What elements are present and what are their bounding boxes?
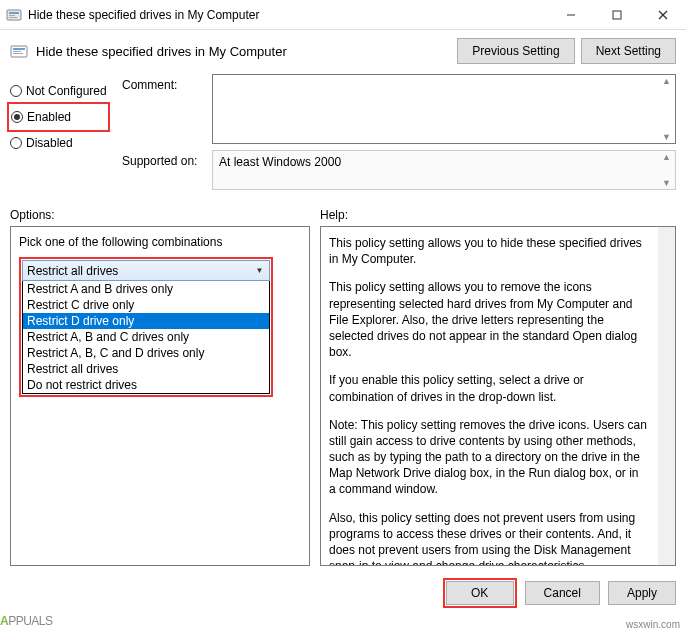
comment-label: Comment: [122,74,202,92]
help-paragraph: If you enable this policy setting, selec… [329,372,647,404]
options-panel: Pick one of the following combinations R… [10,226,310,566]
svg-rect-10 [13,51,21,52]
previous-setting-button[interactable]: Previous Setting [457,38,574,64]
scroll-down-icon: ▼ [658,131,675,143]
options-combo-label: Pick one of the following combinations [19,235,301,249]
radio-icon [11,111,23,123]
supported-on-box: At least Windows 2000 ▲▼ [212,150,676,190]
scroll-up-icon: ▲ [658,75,675,87]
apply-button[interactable]: Apply [608,581,676,605]
app-icon [6,7,22,23]
supported-on-label: Supported on: [122,150,202,168]
brand-logo-rest: PPUALS [8,614,52,628]
drives-dropdown: Restrict A and B drives only Restrict C … [22,280,270,394]
comment-textarea[interactable]: ▲▼ [212,74,676,144]
scrollbar[interactable]: ▲▼ [658,75,675,143]
next-setting-button[interactable]: Next Setting [581,38,676,64]
radio-label: Not Configured [26,84,107,98]
dropdown-item[interactable]: Restrict D drive only [23,313,269,329]
svg-rect-5 [613,11,621,19]
policy-icon [10,42,28,60]
chevron-down-icon: ▼ [252,263,267,278]
brand-logo-letter: A [0,614,8,628]
window-title: Hide these specified drives in My Comput… [28,8,548,22]
svg-rect-3 [9,17,17,18]
cancel-button[interactable]: Cancel [525,581,600,605]
titlebar: Hide these specified drives in My Comput… [0,0,686,30]
combo-selected-value: Restrict all drives [27,264,118,278]
dropdown-item[interactable]: Restrict C drive only [23,297,269,313]
help-panel: This policy setting allows you to hide t… [320,226,676,566]
radio-icon [10,137,22,149]
help-paragraph: This policy setting allows you to remove… [329,279,647,360]
dropdown-item[interactable]: Do not restrict drives [23,377,269,393]
close-button[interactable] [640,0,686,29]
minimize-button[interactable] [548,0,594,29]
scroll-up-icon: ▲ [658,151,675,163]
svg-rect-1 [9,12,19,14]
drives-combo[interactable]: Restrict all drives ▼ [22,260,270,281]
scrollbar[interactable] [658,227,675,565]
radio-label: Enabled [27,110,71,124]
scroll-down-icon: ▼ [658,177,675,189]
options-section-label: Options: [10,208,320,222]
svg-rect-11 [13,53,23,54]
brand-watermark: APPUALS [0,609,53,630]
help-paragraph: Note: This policy setting removes the dr… [329,417,647,498]
radio-disabled[interactable]: Disabled [10,132,110,154]
header-title: Hide these specified drives in My Comput… [36,44,449,59]
header-row: Hide these specified drives in My Comput… [0,30,686,70]
dropdown-item[interactable]: Restrict A, B, C and D drives only [23,345,269,361]
svg-rect-2 [9,15,15,16]
svg-rect-9 [13,48,25,50]
supported-on-value: At least Windows 2000 [219,155,341,169]
site-watermark: wsxwin.com [626,619,680,630]
ok-button[interactable]: OK [446,581,514,605]
help-paragraph: This policy setting allows you to hide t… [329,235,647,267]
dropdown-item[interactable]: Restrict A, B and C drives only [23,329,269,345]
help-paragraph: Also, this policy setting does not preve… [329,510,647,566]
dropdown-item[interactable]: Restrict A and B drives only [23,281,269,297]
dropdown-item[interactable]: Restrict all drives [23,361,269,377]
radio-icon [10,85,22,97]
radio-label: Disabled [26,136,73,150]
maximize-button[interactable] [594,0,640,29]
radio-enabled[interactable]: Enabled [11,106,106,128]
state-radio-group: Not Configured Enabled Disabled [10,74,110,196]
radio-not-configured[interactable]: Not Configured [10,80,110,102]
scrollbar[interactable]: ▲▼ [658,151,675,189]
help-section-label: Help: [320,208,676,222]
